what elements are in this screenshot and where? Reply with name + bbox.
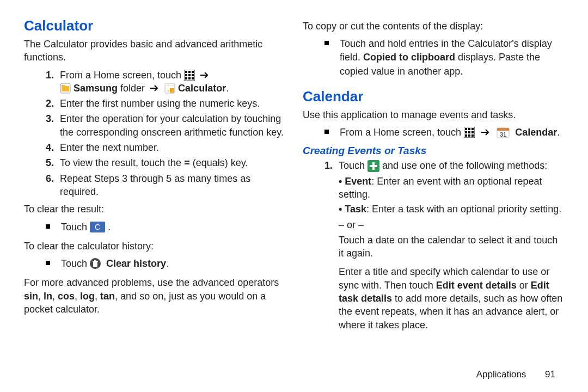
step-number: 1. — [46, 69, 60, 82]
bold-text: Samsung — [74, 83, 118, 94]
text: , — [52, 291, 58, 302]
text: For more advanced problems, use the adva… — [24, 277, 279, 288]
plus-icon — [367, 160, 379, 172]
text: Touch — [61, 222, 90, 232]
bold-text: = — [184, 157, 190, 168]
text: or — [517, 280, 531, 291]
advanced-paragraph: For more advanced problems, use the adva… — [24, 276, 285, 316]
svg-rect-24 — [94, 260, 96, 261]
folder-icon — [60, 83, 71, 94]
bold-text: Edit event details — [436, 280, 517, 291]
bold-text: Copied to clipboard — [363, 52, 455, 63]
svg-rect-8 — [188, 77, 191, 79]
right-column: To copy or cut the contents of the displ… — [303, 17, 564, 336]
svg-rect-2 — [188, 71, 191, 73]
bold-text: sin — [24, 291, 38, 302]
svg-rect-34 — [471, 134, 474, 137]
calculator-steps: 1. From a Home screen, touch Samsung fol… — [24, 69, 285, 199]
apps-grid-icon — [464, 127, 475, 138]
text: and use one of the following methods: — [382, 160, 547, 171]
svg-text:+: + — [167, 84, 169, 88]
svg-text:=: = — [171, 89, 174, 93]
or-separator: – or – — [339, 218, 564, 231]
apps-grid-icon — [184, 70, 195, 81]
footer-page-number: 91 — [545, 369, 555, 379]
step-number: 5. — [46, 156, 60, 169]
text: . — [226, 83, 229, 94]
svg-text:×: × — [167, 89, 169, 93]
text: : Enter a task with an optional priority… — [366, 204, 561, 215]
text: , — [95, 291, 100, 302]
text: . — [166, 258, 169, 269]
svg-rect-28 — [471, 128, 474, 130]
svg-rect-1 — [185, 71, 187, 73]
text: (equals) key. — [190, 157, 248, 168]
text: Touch — [339, 160, 367, 171]
bold-text: log — [80, 291, 95, 302]
list-content: Touch Clear history. — [61, 257, 169, 271]
list-content: Touch and hold entries in the Calculator… — [340, 37, 564, 78]
text: , — [75, 291, 80, 302]
svg-rect-40 — [370, 165, 377, 167]
text: From a Home screen, touch — [340, 127, 464, 138]
bold-text: Clear history — [106, 258, 166, 269]
list-item: Task: Enter a task with an optional prio… — [339, 203, 564, 216]
svg-rect-33 — [468, 134, 470, 137]
step-number: 2. — [46, 97, 60, 110]
svg-text:−: − — [171, 84, 174, 88]
calculator-app-icon: +−×= — [164, 83, 175, 94]
bold-text: Event — [345, 176, 371, 187]
svg-rect-27 — [468, 128, 470, 130]
svg-rect-9 — [192, 77, 194, 79]
arrow-right-icon — [150, 84, 160, 92]
bold-text: ln — [44, 291, 52, 302]
step-content: Repeat Steps 3 through 5 as many times a… — [60, 172, 285, 199]
calculator-heading: Calculator — [24, 17, 285, 34]
svg-rect-36 — [497, 128, 509, 131]
step-number: 6. — [46, 172, 60, 185]
svg-rect-4 — [185, 74, 187, 76]
clear-result-list: Touch C . — [24, 220, 285, 234]
calculator-intro: The Calculator provides basic and advanc… — [24, 38, 285, 64]
text: folder — [118, 83, 148, 94]
text: . — [557, 127, 560, 138]
text: Touch a date on the calendar to select i… — [339, 234, 564, 260]
arrow-right-icon — [200, 71, 210, 79]
clear-history-intro: To clear the calculator history: — [24, 240, 285, 253]
bold-text: cos — [58, 291, 75, 302]
list-content: From a Home screen, touch 31 Calendar. — [340, 126, 560, 139]
step-content: Enter the next number. — [60, 141, 285, 154]
step-content: Touch and use one of the following metho… — [339, 159, 564, 332]
calendar-intro: Use this application to manage events an… — [303, 108, 564, 121]
creating-events-heading: Creating Events or Tasks — [303, 145, 564, 157]
clear-c-icon: C — [90, 222, 105, 232]
svg-rect-32 — [465, 134, 467, 137]
step-content: To view the result, touch the = (equals)… — [60, 156, 285, 169]
svg-rect-29 — [465, 131, 467, 133]
method-bullets: Event: Enter an event with an optional r… — [339, 175, 564, 216]
svg-rect-12 — [62, 85, 65, 87]
bold-text: Calculator — [178, 83, 226, 94]
svg-rect-3 — [192, 71, 194, 73]
svg-rect-30 — [468, 131, 470, 133]
page-footer: Applications 91 — [476, 369, 555, 380]
calendar-open-list: From a Home screen, touch 31 Calendar. — [303, 126, 564, 139]
step-content: Enter the operation for your calculation… — [60, 112, 285, 139]
svg-text:31: 31 — [500, 131, 506, 138]
text: , — [38, 291, 44, 302]
bold-text: tan — [100, 291, 115, 302]
step-number: 4. — [46, 141, 60, 154]
svg-rect-7 — [185, 77, 187, 79]
calendar-app-icon: 31 — [497, 126, 510, 138]
copy-intro: To copy or cut the contents of the displ… — [303, 20, 564, 33]
list-content: Touch C . — [61, 220, 111, 234]
list-item: Event: Enter an event with an optional r… — [339, 175, 564, 201]
svg-rect-5 — [188, 74, 191, 76]
calendar-steps: 1. Touch and use one of the following me… — [303, 159, 564, 332]
clear-history-list: Touch Clear history. — [24, 257, 285, 271]
clear-result-intro: To clear the result: — [24, 203, 285, 216]
step-content: From a Home screen, touch Samsung folder — [60, 69, 285, 95]
text: . — [108, 222, 111, 232]
left-column: Calculator The Calculator provides basic… — [24, 17, 285, 336]
footer-chapter: Applications — [476, 369, 526, 379]
